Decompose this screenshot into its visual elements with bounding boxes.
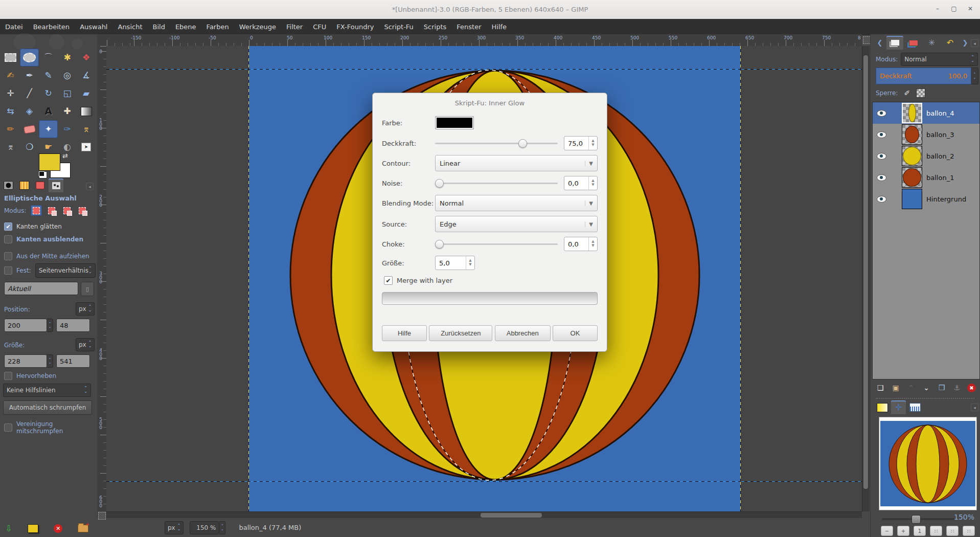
checkbox-fest[interactable] [4, 266, 12, 275]
ok-button[interactable]: OK [553, 325, 598, 341]
menu-item[interactable]: Ebene [170, 19, 201, 34]
ellipse-select-tool[interactable] [20, 49, 39, 66]
close-button[interactable]: ✕ [965, 4, 976, 14]
tab-paths[interactable]: ✳ [923, 36, 940, 50]
spinner-icon[interactable]: ⌃⌄ [47, 319, 53, 332]
blending-mode-dropdown[interactable]: Normal ▼ [435, 195, 598, 211]
paths-tool[interactable]: ✒ [20, 66, 39, 84]
horizontal-ruler[interactable]: -150-100-5005010015020025030035040045050… [106, 34, 862, 47]
ballon_1[interactable]: ballon_1 [873, 167, 979, 188]
next-dockable[interactable]: ❯ [960, 36, 970, 50]
menu-item[interactable]: Fenster [451, 19, 486, 34]
blur-tool[interactable]: ❍ [20, 138, 39, 156]
color-button[interactable] [435, 116, 474, 129]
spinner-icon[interactable]: ▲▼ [588, 137, 597, 150]
source-dropdown[interactable]: Edge ▼ [435, 216, 598, 232]
tab-tool-options[interactable] [49, 178, 63, 192]
clone-tool[interactable]: ⌆ [77, 120, 96, 138]
paintbrush-tool[interactable]: ✏ [1, 120, 20, 138]
zoom-fit-image-button[interactable]: ∷ [930, 526, 942, 536]
zoom-1-1-button[interactable]: 1 [914, 526, 926, 536]
menu-item[interactable]: Hilfe [487, 19, 512, 34]
vscroll-thumb[interactable] [863, 55, 868, 489]
raise-layer-button[interactable]: ⌃ [904, 382, 918, 394]
size-unit-dropdown[interactable]: px ⌃⌄ [76, 338, 95, 351]
tab-brushes[interactable] [1, 178, 16, 192]
lock-alpha-icon[interactable] [916, 88, 925, 98]
airbrush-tool[interactable]: ✦ [39, 120, 58, 138]
hscroll-thumb[interactable] [481, 513, 542, 518]
contour-dropdown[interactable]: Linear ▼ [435, 155, 598, 171]
horizontal-scrollbar[interactable] [106, 511, 862, 519]
quick-mask-toggle-icon[interactable] [98, 512, 106, 520]
ballon_3[interactable]: ballon_3 [873, 124, 979, 145]
tab-layers[interactable] [886, 36, 903, 50]
zoom-fit-window-button[interactable]: ∷ [946, 526, 959, 536]
spinner-icon[interactable]: ▲▼ [466, 256, 474, 270]
anchor-layer-button[interactable]: ⚓ [950, 382, 964, 394]
perspective-clone-tool[interactable]: ⌆ [1, 138, 20, 156]
menu-item[interactable]: Filter [281, 19, 308, 34]
choke-spinbox[interactable]: 0,0 ▲▼ [564, 237, 598, 251]
deckkraft-spinbox[interactable]: 75,0 ▲▼ [564, 136, 598, 150]
images-folder-icon[interactable] [78, 525, 88, 532]
mode-add[interactable] [46, 205, 57, 216]
choke-slider[interactable] [435, 240, 558, 248]
duplicate-layer-button[interactable]: ❒ [935, 382, 948, 394]
checkbox-kanten-glaetten[interactable]: ✔ Kanten glätten [4, 222, 62, 231]
visibility-eye-icon[interactable] [877, 131, 886, 138]
mode-subtract[interactable] [61, 205, 73, 216]
fest-dropdown[interactable]: Seitenverhältnis ⌃⌄ [35, 263, 96, 278]
menu-item[interactable]: CFU [308, 19, 331, 34]
maximize-button[interactable]: ▢ [948, 4, 960, 14]
clipboard-button[interactable]: ▯ [81, 282, 94, 296]
statusbar-unit-dropdown[interactable]: px ⌃⌄ [165, 521, 184, 534]
free-select-tool[interactable]: ⌒ [39, 49, 58, 66]
slider-handle[interactable] [518, 139, 527, 148]
dock-menu-button[interactable]: ◂ [86, 183, 94, 190]
text-tool[interactable]: A [39, 102, 58, 120]
deckkraft-slider[interactable] [435, 139, 558, 147]
size-h-input[interactable]: 541 [56, 354, 90, 368]
menu-item[interactable]: Auswahl [75, 19, 112, 34]
save-indicator-icon[interactable]: ⇩ [5, 524, 12, 533]
color-picker-tool[interactable]: ✎ [39, 66, 58, 84]
error-console-icon[interactable]: ✕ [54, 524, 62, 533]
spinner-icon[interactable]: ▲▼ [588, 237, 597, 251]
tab-navigation[interactable]: ✛ [891, 400, 906, 414]
crop-tool[interactable]: ╱ [20, 84, 39, 102]
ink-tool[interactable]: ✑ [58, 120, 77, 138]
default-colors-icon[interactable] [39, 171, 47, 178]
position-unit-dropdown[interactable]: px ⌃⌄ [76, 302, 95, 316]
dock-menu-button[interactable]: ◂ [971, 404, 978, 411]
vertical-scrollbar[interactable] [862, 46, 870, 511]
zoom-tool[interactable]: ◎ [58, 66, 77, 84]
fixed-value-input[interactable]: Aktuell [4, 282, 78, 295]
abbrechen-button[interactable]: Abbrechen [495, 325, 551, 341]
lock-pixels-icon[interactable]: ✐ [904, 89, 910, 97]
shrink-wrap-button[interactable]: ∷ [963, 526, 975, 536]
spinner-icon[interactable]: ⌃⌄ [47, 354, 53, 368]
menu-item[interactable]: Scripts [419, 19, 451, 34]
checkbox-aus-der-mitte[interactable]: Aus der Mitte aufziehen [4, 252, 89, 260]
ballon_4[interactable]: ballon_4 [873, 102, 979, 124]
menu-item[interactable]: Bild [148, 19, 170, 34]
eraser-tool[interactable] [20, 120, 39, 138]
merge-with-layer-checkbox[interactable]: ✔ [384, 276, 393, 285]
checkbox-vereinigung[interactable]: Vereinigung mitschrumpfen [4, 420, 97, 435]
zoom-out-button[interactable]: − [881, 526, 893, 536]
mode-replace[interactable] [31, 205, 42, 216]
position-x-input[interactable]: 200 [4, 319, 47, 332]
menu-item[interactable]: FX-Foundry [331, 19, 379, 34]
tab-gradients[interactable] [33, 178, 48, 192]
auto-shrink-button[interactable]: Automatisch schrumpfen [3, 400, 92, 415]
statusbar-zoom-input[interactable]: 150 % [190, 521, 219, 534]
menu-item[interactable]: Bearbeiten [28, 19, 75, 34]
tab-patterns[interactable] [17, 178, 32, 192]
size-w-input[interactable]: 228 [4, 354, 47, 368]
rect-select-tool[interactable] [1, 49, 20, 66]
layer-opacity-slider[interactable]: Deckkraft 100,0 [876, 68, 971, 84]
visibility-eye-icon[interactable] [877, 153, 886, 160]
menu-item[interactable]: Datei [0, 19, 28, 34]
tab-undo-history[interactable]: ↶ [942, 36, 959, 50]
